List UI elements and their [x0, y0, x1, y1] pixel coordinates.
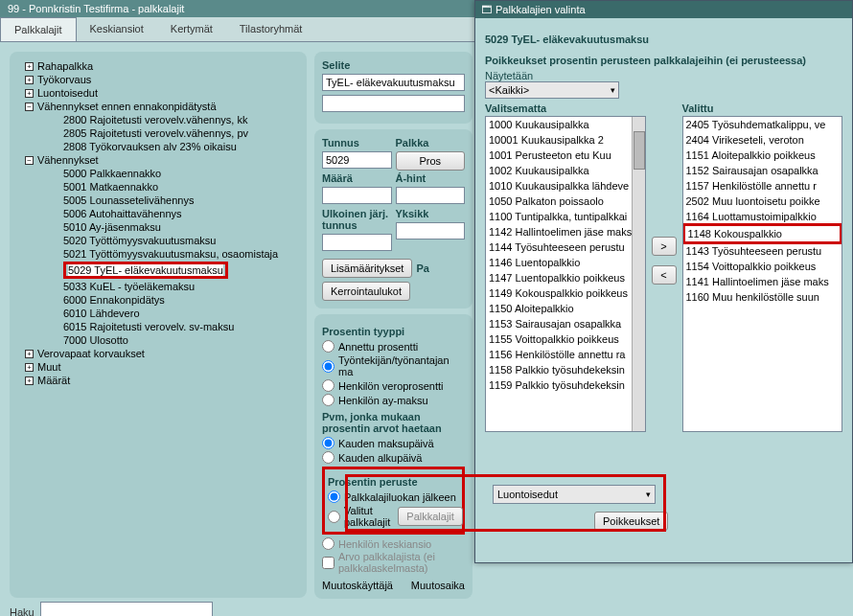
lisamaaritykset-button[interactable]: Lisämääritykset: [322, 259, 412, 278]
collapse-icon[interactable]: −: [25, 156, 34, 165]
tree-item[interactable]: +Määrät: [17, 374, 299, 387]
palkkalajit-button[interactable]: Palkkalajit: [398, 507, 463, 526]
kerrointaulukot-button[interactable]: Kerrointaulukot: [322, 282, 410, 301]
selite-input-2[interactable]: [322, 95, 465, 112]
collapse-icon[interactable]: −: [25, 103, 34, 111]
tree-item[interactable]: −Vähennykset ennen ennakonpidätystä: [17, 100, 299, 113]
dialog-titlebar[interactable]: 🗔 Palkkalajien valinta: [475, 1, 852, 18]
tree-item[interactable]: +Rahapalkka: [17, 59, 299, 73]
maara-input[interactable]: [322, 187, 392, 204]
pt-opt2[interactable]: Työntekijän/työnantajan ma: [322, 354, 465, 378]
tab-palkkalajit[interactable]: Palkkalajit: [0, 17, 77, 41]
tree-item[interactable]: 5020 Työttömyysvakuutusmaksu: [17, 234, 299, 247]
move-left-button[interactable]: <: [652, 265, 677, 285]
tree-item[interactable]: +Verovapaat korvaukset: [17, 347, 299, 360]
list-item[interactable]: 1157 Henkilöstölle annettu r: [683, 178, 842, 194]
tree-item[interactable]: 2805 Rajoitetusti verovelv.vähennys, pv: [17, 126, 299, 140]
tree-item[interactable]: 2808 Työkorvauksen alv 23% oikaisu: [17, 140, 299, 153]
tree-item[interactable]: +Muut: [17, 360, 299, 374]
tab-tilastoryhmat[interactable]: Tilastoryhmät: [226, 17, 316, 41]
move-right-button[interactable]: >: [652, 237, 677, 256]
tree-item[interactable]: 2800 Rajoitetusti verovelv.vähennys, kk: [17, 113, 299, 126]
list-item[interactable]: 1160 Muu henkilöstölle suun: [683, 289, 842, 305]
arvo-checkbox[interactable]: Arvo palkkalajista (ei palkkalaskelmasta…: [322, 551, 465, 574]
ulkoinen-input[interactable]: [322, 234, 392, 251]
tree-item[interactable]: 5006 Autohaitta­vähennys: [17, 207, 299, 220]
list-item[interactable]: 10001 Kuukausipalkka 2: [486, 132, 645, 148]
list-item[interactable]: 1164 Luottamustoimipalkkio: [683, 209, 842, 224]
expand-icon[interactable]: +: [25, 76, 34, 84]
list-item[interactable]: 1151 Aloitepalkkio poikkeus: [683, 148, 842, 163]
list-item[interactable]: 1141 Hallintoelimen jäse maks: [683, 274, 842, 289]
list-item[interactable]: 1159 Palkkio työsuhdekeksin: [486, 377, 645, 393]
tree-item[interactable]: 6000 Ennakonpidätys: [17, 293, 299, 307]
list-item[interactable]: 1001 Perusteeton etu Kuu: [486, 148, 645, 163]
list-item[interactable]: 1154 Voittopalkkio poikkeus: [683, 259, 842, 274]
list-item[interactable]: 2502 Muu luontoisetu poikke: [683, 194, 842, 209]
luontoisedut-combo[interactable]: Luontoisedut: [493, 485, 656, 504]
list-item[interactable]: 1153 Sairausajan osapalkka: [486, 316, 645, 331]
list-item[interactable]: 1100 Tuntipalkka, tuntipalkkai: [486, 209, 645, 224]
tab-keskiansiot[interactable]: Keskiansiot: [77, 17, 157, 41]
tree-item[interactable]: 7000 Ulosotto: [17, 333, 299, 347]
list-item[interactable]: 1156 Henkilöstölle annettu ra: [486, 347, 645, 362]
pt-opt3[interactable]: Henkilön veroprosentti: [322, 378, 465, 393]
search-input[interactable]: [40, 602, 213, 616]
list-item[interactable]: 1152 Sairausajan osapalkka: [683, 163, 842, 178]
expand-icon[interactable]: +: [25, 376, 34, 385]
expand-icon[interactable]: +: [25, 363, 34, 372]
list-item[interactable]: 1143 Työsuhteeseen perustu: [683, 243, 842, 259]
pp-opt2[interactable]: Valitut palkkalajit Palkkalajit: [328, 504, 459, 529]
pros-button[interactable]: Pros: [396, 151, 466, 171]
selite-input[interactable]: [322, 74, 465, 91]
list-item[interactable]: 1050 Palkaton poissaolo: [486, 194, 645, 209]
expand-icon[interactable]: +: [25, 89, 34, 98]
tree-item[interactable]: 5033 KuEL - työeläkemaksu: [17, 280, 299, 293]
tree-item[interactable]: 6015 Rajoitetusti verovelv. sv-maksu: [17, 320, 299, 333]
scrollbar[interactable]: [632, 117, 645, 431]
list-item[interactable]: 1002 Kuukausipalkka: [486, 163, 645, 178]
pvm-opt2[interactable]: Kauden alkupäivä: [322, 450, 465, 465]
tree-item[interactable]: 5021 Työttömyysvakuutusmaksu, osaomistaj…: [17, 247, 299, 261]
tree-item[interactable]: +Työkorvaus: [17, 73, 299, 86]
list-item[interactable]: 1146 Luentopalkkio: [486, 255, 645, 270]
ahint-input[interactable]: [396, 187, 466, 204]
tree-item[interactable]: +Luontoisedut: [17, 86, 299, 100]
list-item[interactable]: 1155 Voittopalkkio poikkeus: [486, 331, 645, 347]
list-item[interactable]: 2404 Virikeseteli, veroton: [683, 132, 842, 148]
tree-item[interactable]: 5005 Lounasseteli­vähennys: [17, 194, 299, 207]
pp-opt3[interactable]: Henkilön keskiansio: [322, 536, 465, 551]
list-item[interactable]: 1149 Kokouspalkkio poikkeus: [486, 285, 645, 301]
tree-item[interactable]: 5010 Ay-jäsenmaksu: [17, 220, 299, 234]
pvm-opt1[interactable]: Kauden maksupäivä: [322, 436, 465, 450]
left-listbox[interactable]: 1000 Kuukausipalkka10001 Kuukausipalkka …: [485, 116, 646, 432]
list-item[interactable]: 1148 Kokouspalkkio: [685, 226, 841, 241]
tree-item[interactable]: 6010 Lähdevero: [17, 307, 299, 320]
expand-icon[interactable]: +: [25, 62, 34, 71]
pt-opt1[interactable]: Annettu prosentti: [322, 339, 465, 354]
list-item[interactable]: 1142 Hallintoelimen jäse maks: [486, 224, 645, 240]
poikkeukset-button[interactable]: Poikkeukset: [594, 512, 668, 531]
list-item[interactable]: 1158 Palkkio työsuhdekeksin: [486, 362, 645, 377]
list-item[interactable]: 1150 Aloitepalkkio: [486, 301, 645, 316]
yksik-input[interactable]: [396, 222, 466, 240]
form-panel: Selite Tunnus Palkka Pros Määrä Á-hint: [314, 52, 473, 598]
tree-item[interactable]: 5001 Matkaennakko: [17, 180, 299, 194]
list-item[interactable]: 1010 Kuukausipalkka lähdeve: [486, 178, 645, 194]
tree-item[interactable]: −Vähennykset: [17, 153, 299, 167]
expand-icon[interactable]: +: [25, 350, 34, 358]
tree[interactable]: +Rahapalkka +Työkorvaus +Luontoisedut −V…: [17, 59, 299, 577]
peruste-controls-overlay: Luontoisedut: [493, 485, 656, 504]
list-item[interactable]: 1000 Kuukausipalkka: [486, 117, 645, 132]
list-item[interactable]: 1147 Luentopalkkio poikkeus: [486, 270, 645, 285]
tree-item-selected[interactable]: 5029 TyEL- eläkevakuutusmaksu: [17, 261, 299, 280]
tunnus-input[interactable]: [322, 151, 392, 169]
list-item[interactable]: 1144 Työsuhteeseen perustu: [486, 240, 645, 255]
naytetaan-combo[interactable]: <Kaikki>: [485, 81, 619, 99]
tree-item[interactable]: 5000 Palkkaennakko: [17, 167, 299, 180]
right-listbox[interactable]: 2405 Työsuhdematkalippu, ve2404 Virikese…: [682, 116, 843, 432]
tab-kertymat[interactable]: Kertymät: [157, 17, 226, 41]
pp-opt1[interactable]: Palkkalajiluokan jälkeen: [328, 490, 459, 504]
list-item[interactable]: 2405 Työsuhdematkalippu, ve: [683, 117, 842, 132]
pt-opt4[interactable]: Henkilön ay-maksu: [322, 393, 465, 407]
